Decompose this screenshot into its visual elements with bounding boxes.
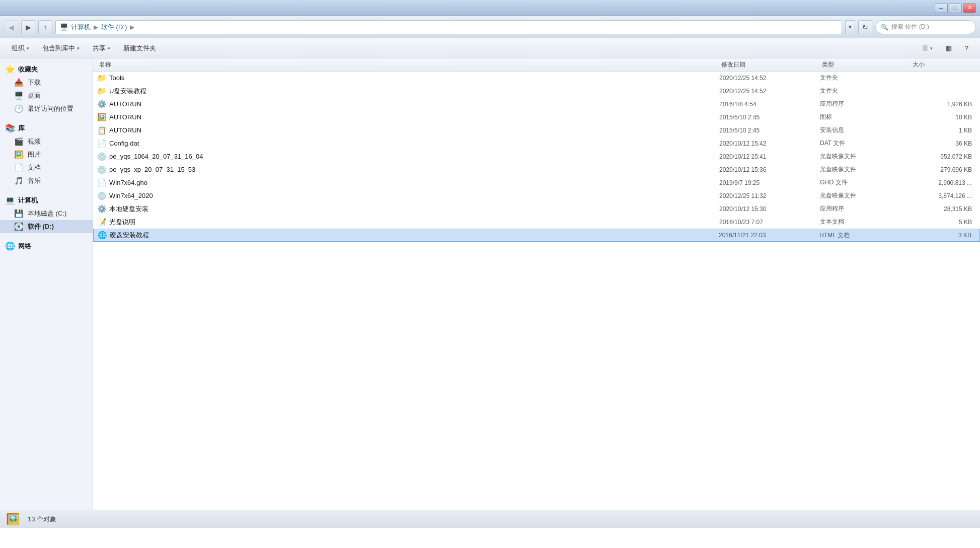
share-button[interactable]: 共享 ▾: [87, 41, 116, 56]
file-icon: 💿: [97, 165, 106, 174]
view-icon: ☰: [922, 44, 928, 52]
table-row[interactable]: 💿 pe_yqs_1064_20_07_31_16_04 2020/10/12 …: [93, 150, 980, 163]
file-name-cell: ⚙️ 本地硬盘安装: [97, 204, 719, 214]
file-icon: ⚙️: [97, 204, 106, 214]
col-header-size[interactable]: 大小: [911, 58, 976, 71]
file-name: Win7x64_2020: [109, 192, 153, 199]
file-size: 1,926 KB: [911, 101, 976, 108]
computer-label: 计算机: [18, 196, 38, 205]
column-header: 名称 修改日期 类型 大小: [93, 58, 980, 72]
file-name: AUTORUN: [109, 126, 141, 134]
sidebar-item-desktop[interactable]: 🖥️ 桌面: [0, 89, 93, 102]
search-bar[interactable]: 🔍 搜索 软件 (D:): [875, 20, 976, 34]
table-row[interactable]: ⚙️ 本地硬盘安装 2020/10/12 15:30 应用程序 28,315 K…: [93, 202, 980, 216]
file-name-cell: ⚙️ AUTORUN: [97, 100, 719, 109]
sidebar-item-photo[interactable]: 🖼️ 图片: [0, 148, 93, 161]
file-date: 2015/5/10 2:45: [719, 127, 820, 134]
table-row[interactable]: 📁 Tools 2020/12/25 14:52 文件夹: [93, 72, 980, 85]
sidebar-item-downloads[interactable]: 📥 下载: [0, 76, 93, 89]
table-row[interactable]: 📋 AUTORUN 2015/5/10 2:45 安装信息 1 KB: [93, 124, 980, 137]
file-type: 应用程序: [820, 100, 911, 108]
table-row[interactable]: 💿 pe_yqs_xp_20_07_31_15_53 2020/10/12 15…: [93, 163, 980, 176]
sidebar-item-software-d[interactable]: 💽 软件 (D:): [0, 220, 93, 233]
refresh-button[interactable]: ↻: [858, 20, 872, 34]
sidebar-item-recent[interactable]: 🕐 最近访问的位置: [0, 102, 93, 115]
main-area: ⭐ 收藏夹 📥 下载 🖥️ 桌面 🕐 最近访问的位置 📚 库: [0, 58, 980, 510]
file-name: 硬盘安装教程: [110, 231, 149, 240]
file-type: 安装信息: [820, 126, 911, 134]
file-type: HTML 文档: [819, 231, 910, 240]
file-name-cell: 📄 Win7x64.gho: [97, 178, 719, 187]
view-button[interactable]: ☰ ▾: [917, 41, 938, 56]
address-sep1: ▶: [94, 24, 98, 31]
file-name: 光盘说明: [109, 218, 135, 227]
file-icon: 💿: [97, 152, 106, 161]
search-placeholder-text: 搜索 软件 (D:): [891, 23, 929, 31]
preview-button[interactable]: ▦: [940, 41, 957, 56]
up-button[interactable]: ↑: [38, 20, 52, 34]
table-row[interactable]: 🖼️ AUTORUN 2015/5/10 2:45 图标 10 KB: [93, 111, 980, 124]
table-row[interactable]: 📄 Config.dat 2020/10/12 15:42 DAT 文件 36 …: [93, 137, 980, 150]
minimize-button[interactable]: ─: [935, 3, 948, 13]
include-chevron-icon: ▾: [77, 46, 80, 51]
network-section: 🌐 网络: [0, 239, 93, 253]
file-name-cell: 💿 pe_yqs_xp_20_07_31_15_53: [97, 165, 719, 174]
music-icon: 🎵: [14, 176, 24, 185]
table-row[interactable]: 💿 Win7x64_2020 2020/12/25 11:32 光盘映像文件 3…: [93, 189, 980, 202]
address-drive[interactable]: 软件 (D:): [101, 23, 127, 32]
file-icon: 📋: [97, 126, 106, 135]
sidebar-item-local-c[interactable]: 💾 本地磁盘 (C:): [0, 207, 93, 220]
sidebar-item-video[interactable]: 🎬 视频: [0, 135, 93, 148]
file-name-cell: 📝 光盘说明: [97, 218, 719, 227]
new-folder-button[interactable]: 新建文件夹: [118, 41, 162, 56]
table-row[interactable]: 📄 Win7x64.gho 2019/9/7 19:25 GHO 文件 2,90…: [93, 176, 980, 189]
library-icon: 📚: [5, 123, 15, 133]
sidebar-item-doc[interactable]: 📄 文档: [0, 161, 93, 174]
table-row[interactable]: ⚙️ AUTORUN 2016/1/8 4:54 应用程序 1,926 KB: [93, 98, 980, 111]
recent-label: 最近访问的位置: [28, 104, 73, 113]
photo-icon: 🖼️: [14, 150, 24, 159]
file-date: 2016/10/23 7:07: [719, 219, 820, 226]
file-name-cell: 📄 Config.dat: [97, 139, 719, 148]
file-size: 652,072 KB: [911, 153, 976, 160]
file-size: 2,900,813 ...: [911, 179, 976, 186]
back-icon: ◀: [9, 23, 14, 31]
file-icon: 📝: [97, 218, 106, 227]
status-count-text: 13 个对象: [28, 515, 56, 524]
favorites-header[interactable]: ⭐ 收藏夹: [0, 62, 93, 76]
file-type: 光盘映像文件: [820, 165, 911, 174]
file-type: 光盘映像文件: [820, 191, 911, 200]
include-library-label: 包含到库中: [42, 44, 75, 53]
address-dropdown-button[interactable]: ▼: [845, 20, 855, 34]
library-header[interactable]: 📚 库: [0, 121, 93, 135]
network-icon: 🌐: [5, 241, 15, 251]
back-button[interactable]: ◀: [4, 20, 18, 34]
file-icon: 📄: [97, 178, 106, 187]
organize-button[interactable]: 组织 ▾: [6, 41, 35, 56]
table-row[interactable]: 📝 光盘说明 2016/10/23 7:07 文本文档 5 KB: [93, 216, 980, 229]
computer-header[interactable]: 💻 计算机: [0, 193, 93, 207]
col-header-name[interactable]: 名称: [97, 58, 719, 71]
col-header-date[interactable]: 修改日期: [719, 58, 820, 71]
file-date: 2015/5/10 2:45: [719, 114, 820, 121]
close-button[interactable]: ✕: [963, 3, 976, 13]
file-name: U盘安装教程: [109, 87, 146, 96]
network-header[interactable]: 🌐 网络: [0, 239, 93, 253]
table-row[interactable]: 📁 U盘安装教程 2020/12/25 14:52 文件夹: [93, 85, 980, 98]
file-size: 36 KB: [911, 140, 976, 147]
table-row[interactable]: 🌐 硬盘安装教程 2016/11/21 22:03 HTML 文档 3 KB: [93, 229, 980, 242]
refresh-icon: ↻: [862, 23, 868, 31]
navbar: ◀ ▶ ↑ 🖥️ 计算机 ▶ 软件 (D:) ▶ ▼ ↻ 🔍 搜索 软件 (D:…: [0, 16, 980, 38]
forward-button[interactable]: ▶: [21, 20, 35, 34]
help-icon: ?: [965, 44, 968, 52]
col-header-type[interactable]: 类型: [820, 58, 911, 71]
library-label: 库: [18, 124, 25, 133]
maximize-button[interactable]: □: [949, 3, 962, 13]
file-date: 2020/10/12 15:36: [719, 166, 820, 173]
help-button[interactable]: ?: [959, 41, 974, 56]
include-library-button[interactable]: 包含到库中 ▾: [37, 41, 85, 56]
file-size: 3,874,126 ...: [911, 192, 976, 199]
address-computer[interactable]: 计算机: [71, 23, 91, 32]
address-bar[interactable]: 🖥️ 计算机 ▶ 软件 (D:) ▶: [55, 20, 842, 34]
sidebar-item-music[interactable]: 🎵 音乐: [0, 174, 93, 187]
